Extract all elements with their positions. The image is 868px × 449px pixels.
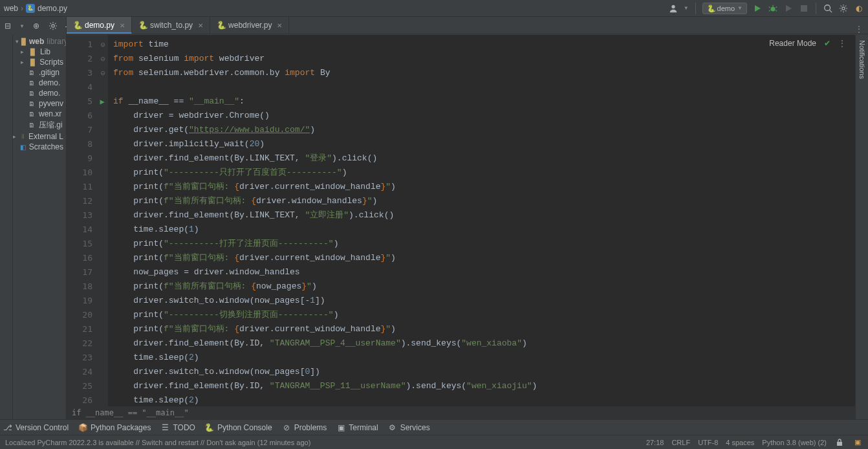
tree-scratches[interactable]: ◧ Scratches — [13, 142, 66, 152]
run-coverage-icon[interactable] — [783, 3, 794, 14]
chevron-right-icon[interactable]: ▸ — [21, 59, 26, 65]
ide-status-icon[interactable]: ◐ — [854, 3, 864, 14]
tab-bar-menu-icon[interactable]: ⋮ — [855, 25, 868, 34]
bottom-panel-version-control[interactable]: ⎇Version Control — [3, 422, 69, 433]
tree-item[interactable]: 🗎.gitign — [13, 67, 66, 78]
svg-point-8 — [825, 5, 830, 10]
status-indent[interactable]: 4 spaces — [726, 439, 754, 446]
notifications-stripe[interactable]: Notifications — [855, 35, 868, 419]
svg-line-6 — [776, 10, 777, 11]
python-icon: 🐍 — [707, 5, 715, 12]
panel-icon: ⚙ — [387, 422, 398, 433]
tree-item[interactable]: 🗎压缩.gi — [13, 119, 66, 131]
breadcrumb-file[interactable]: demo.py — [38, 4, 67, 13]
library-icon: ⫴ — [19, 132, 26, 141]
select-target-icon[interactable]: ⊟ — [3, 21, 13, 31]
file-icon: 🗎 — [27, 78, 36, 87]
chevron-down-icon[interactable]: ▾ — [16, 38, 19, 45]
file-icon: 🗎 — [27, 68, 36, 77]
debug-button[interactable] — [768, 3, 778, 14]
reader-mode-label[interactable]: Reader Mode — [769, 39, 816, 48]
status-interpreter[interactable]: Python 3.8 (web) (2) — [762, 439, 827, 446]
svg-point-0 — [671, 5, 675, 8]
bottom-panel-problems[interactable]: ⊘Problems — [281, 422, 327, 433]
file-icon: 🗎 — [27, 109, 36, 118]
python-file-icon: 🐍 — [26, 4, 35, 13]
bottom-panel-terminal[interactable]: ▣Terminal — [336, 422, 378, 433]
tree-item[interactable]: ▸▉Scripts — [13, 57, 66, 67]
gutter-marks[interactable]: ⊖⊖⊖ ▶ — [98, 35, 108, 406]
run-button[interactable] — [752, 3, 763, 14]
python-file-icon: 🐍 — [217, 21, 226, 30]
svg-point-1 — [771, 6, 776, 11]
file-icon: 🗎 — [27, 89, 36, 98]
left-gutter-stripe — [0, 35, 13, 419]
breadcrumb-folder[interactable]: web — [4, 4, 18, 13]
folder-icon: ▉ — [28, 47, 38, 56]
bottom-panel-python-console[interactable]: 🐍Python Console — [204, 422, 272, 433]
folder-icon: ▉ — [21, 37, 27, 46]
search-everywhere-icon[interactable] — [823, 3, 833, 14]
lock-icon[interactable] — [834, 437, 845, 448]
svg-line-5 — [769, 10, 770, 11]
panel-icon: 🐍 — [204, 422, 215, 433]
run-configuration-selector[interactable]: 🐍 demo ▼ — [702, 3, 747, 14]
inspection-ok-icon[interactable]: ✔ — [824, 39, 830, 48]
gear-icon[interactable] — [48, 21, 58, 31]
code-editor[interactable]: import timefrom selenium import webdrive… — [108, 35, 855, 406]
close-icon[interactable]: ✕ — [120, 22, 125, 29]
chevron-right-icon[interactable]: ▸ — [13, 133, 17, 140]
bottom-panel-services[interactable]: ⚙Services — [387, 422, 430, 433]
tree-item[interactable]: ▸▉Lib — [13, 47, 66, 57]
tree-item[interactable]: 🗎pyvenv — [13, 98, 66, 109]
status-message[interactable]: Localized PyCharm 2022.2.3 is available … — [5, 439, 646, 446]
bottom-panel-todo[interactable]: ☰TODO — [160, 422, 195, 433]
editor-menu-icon[interactable]: ⋮ — [838, 39, 846, 48]
file-icon: 🗎 — [27, 121, 36, 130]
tab-demo-py[interactable]: 🐍 demo.py ✕ — [67, 17, 132, 34]
status-caret[interactable]: 27:18 — [646, 439, 664, 446]
line-number-gutter[interactable]: 1234567891011121314151617181920212223242… — [67, 35, 98, 406]
tree-item[interactable]: 🗎demo. — [13, 78, 66, 88]
svg-point-11 — [52, 25, 54, 27]
tab-switch-to-py[interactable]: 🐍 switch_to.py ✕ — [132, 17, 210, 34]
svg-line-4 — [776, 6, 777, 8]
tree-item[interactable]: 🗎wen.xr — [13, 109, 66, 119]
svg-line-3 — [769, 6, 770, 8]
code-breadcrumb[interactable]: if __name__ == "__main__" — [67, 406, 855, 419]
panel-icon: 📦 — [78, 422, 88, 433]
scratches-icon: ◧ — [19, 142, 27, 151]
expand-icon[interactable]: ⊕ — [31, 21, 41, 31]
tree-external-libraries[interactable]: ▸ ⫴ External L — [13, 131, 66, 142]
status-line-sep[interactable]: CRLF — [671, 439, 690, 446]
user-icon[interactable] — [668, 3, 678, 14]
panel-icon: ⎇ — [3, 422, 13, 433]
close-icon[interactable]: ✕ — [198, 22, 203, 29]
project-tool-window[interactable]: ▾ ▉ web library ▸▉Lib▸▉Scripts🗎.gitign🗎d… — [13, 35, 67, 419]
panel-icon: ▣ — [336, 422, 346, 433]
chevron-right-icon[interactable]: ▸ — [21, 49, 26, 55]
panel-icon: ☰ — [160, 422, 170, 433]
svg-line-9 — [830, 10, 832, 12]
tree-root[interactable]: ▾ ▉ web library — [13, 36, 66, 47]
folder-icon: ▉ — [28, 58, 38, 67]
stop-button[interactable] — [799, 3, 809, 14]
python-file-icon: 🐍 — [138, 21, 147, 30]
svg-point-10 — [842, 6, 845, 9]
svg-rect-12 — [837, 442, 842, 446]
panel-icon: ⊘ — [281, 422, 292, 433]
python-file-icon: 🐍 — [73, 21, 82, 30]
breadcrumb[interactable]: web › 🐍 demo.py — [4, 4, 668, 13]
breadcrumb-sep: › — [21, 4, 23, 13]
settings-icon[interactable] — [838, 3, 849, 14]
bottom-panel-python-packages[interactable]: 📦Python Packages — [78, 422, 151, 433]
status-encoding[interactable]: UTF-8 — [698, 439, 718, 446]
close-icon[interactable]: ✕ — [277, 22, 282, 29]
status-widget-icon[interactable]: ▣ — [852, 437, 863, 448]
file-icon: 🗎 — [27, 99, 36, 108]
svg-rect-7 — [801, 5, 807, 12]
tree-item[interactable]: 🗎demo. — [13, 88, 66, 98]
tab-webdriver-py[interactable]: 🐍 webdriver.py ✕ — [210, 17, 289, 34]
